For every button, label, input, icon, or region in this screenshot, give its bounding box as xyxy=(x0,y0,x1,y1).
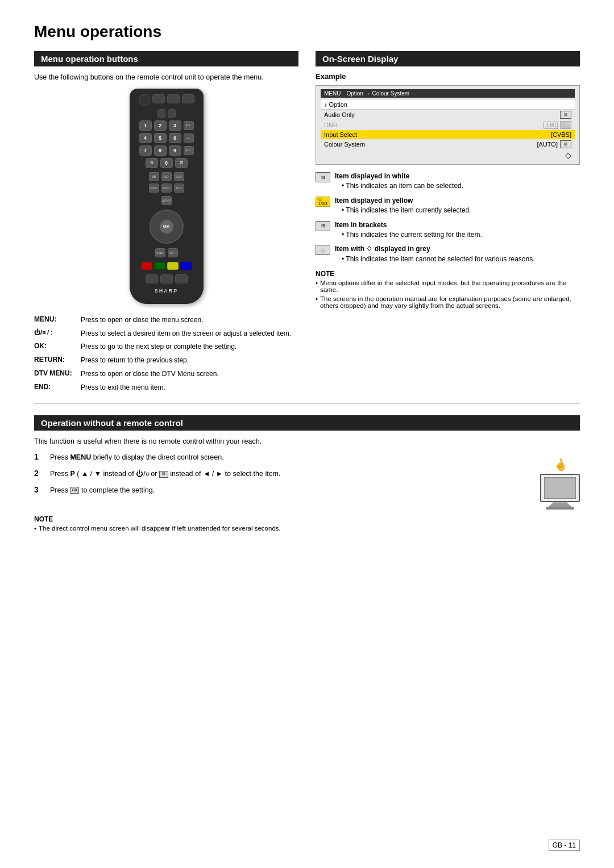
operation-section: Operation without a remote control This … xyxy=(34,415,580,532)
osd-input-row: Input Select [CVBS] xyxy=(321,130,575,139)
numpad-row-1: 1 2 3 P+ xyxy=(139,120,194,131)
p-down-button: P− xyxy=(184,146,194,155)
dpad: OK xyxy=(150,210,184,244)
osd-audio-label: Audio Only xyxy=(324,111,355,118)
osd-dnr-label: DNR xyxy=(324,122,338,128)
item-yellow-title: Item displayed in yellow xyxy=(335,197,413,205)
dtv-menu-button: DTV xyxy=(174,183,184,193)
osd-dnr-value: [Off] ⊡1/2/3 xyxy=(544,121,571,129)
item-bracket-text: Item in brackets • This indicates the cu… xyxy=(335,220,482,240)
end-btn-label: END: xyxy=(34,383,75,391)
dtv-btn-label: DTV MENU: xyxy=(34,369,75,377)
bracket-item-icon: ⊞ xyxy=(316,221,330,231)
menu-buttons-header: Menu operation buttons xyxy=(34,51,298,66)
osd-bottom-icon: ◇ xyxy=(321,149,575,161)
numpad-row-3: 7 8 9 P− xyxy=(139,145,194,156)
osd-audio-row: Audio Only ⊡ xyxy=(321,110,575,120)
item-white-text: Item displayed in white • This indicates… xyxy=(335,172,463,191)
menu-btn-label: MENU: xyxy=(34,315,75,323)
tv-illustration: ☝ xyxy=(540,458,580,510)
item-grey-text: Item with ♢ displayed in grey • This ind… xyxy=(335,244,535,264)
dtv-button xyxy=(157,109,165,118)
btn-desc-return: RETURN: Press to return to the previous … xyxy=(34,356,298,365)
remote-row-2 xyxy=(157,109,176,118)
operation-note-label: NOTE xyxy=(34,515,580,523)
item-bracket: ⊞ Item in brackets • This indicates the … xyxy=(316,220,580,240)
item-yellow-text: Item displayed in yellow • This indicate… xyxy=(335,196,471,216)
minus-button: — xyxy=(184,133,194,143)
osd-dnr-row: DNR [Off] ⊡1/2/3 xyxy=(321,120,575,130)
bottom-btn-1 xyxy=(146,274,158,283)
step-1: 1 Press MENU briefly to display the dire… xyxy=(34,452,529,463)
operation-notes: NOTE The direct control menu screen will… xyxy=(34,515,580,532)
btn-desc-dtv: DTV MENU: Press to open or close the DTV… xyxy=(34,369,298,379)
item-white-bullet: • This indicates an item can be selected… xyxy=(342,182,463,190)
return-btn-desc: Press to return to the previous step. xyxy=(81,356,189,365)
av-mode-button xyxy=(152,94,165,103)
bottom-row xyxy=(146,274,188,283)
end-btn-desc: Press to exit the menu item. xyxy=(81,383,165,393)
num-2: 2 xyxy=(154,120,167,131)
operation-intro: This function is useful when there is no… xyxy=(34,436,580,447)
osd-screen: MENU Option → Colour System ♪ Option Aud… xyxy=(316,85,580,165)
item-bracket-bullet: • This indicates the current setting for… xyxy=(342,231,482,239)
numpad-row-4: ⊙ 0 ⊡ xyxy=(146,158,188,168)
num-8: 8 xyxy=(154,145,167,156)
osd-colour-row: Colour System [AUTO] ⊞ xyxy=(321,139,575,149)
grey-item-icon: ◇ xyxy=(316,245,330,255)
white-item-icon: ⊡ xyxy=(316,172,330,182)
epg-button: EPG xyxy=(149,183,159,193)
item-yellow-bullet: • This indicates the item currently sele… xyxy=(342,206,471,214)
item-white-title: Item displayed in white xyxy=(335,172,409,180)
func-row-2: EPG ESD DTV xyxy=(149,183,184,193)
item-grey-bullet: • This indicates the item cannot be sele… xyxy=(342,255,535,263)
step-3-icon: OK xyxy=(70,487,79,494)
num-4: 4 xyxy=(139,133,152,143)
num-7: 7 xyxy=(139,145,152,156)
btn-desc-end: END: Press to exit the menu item. xyxy=(34,383,298,393)
ok-btn-label: OK: xyxy=(34,342,75,350)
btn-desc-menu: MENU: Press to open or close the menu sc… xyxy=(34,315,298,325)
item-bracket-title: Item in brackets xyxy=(335,221,387,229)
page-number: GB - 11 xyxy=(549,840,580,851)
blue-button xyxy=(180,262,192,270)
step-1-text: Press MENU briefly to display the direct… xyxy=(50,452,529,463)
operation-note-1: The direct control menu screen will disa… xyxy=(34,525,580,532)
btn-desc-ok: OK: Press to go to the next step or comp… xyxy=(34,342,298,352)
osd-title-path: Option → Colour System xyxy=(346,90,409,97)
func-row-1: BB SD SLP xyxy=(149,172,184,181)
surround-button xyxy=(182,94,194,103)
item-white: ⊡ Item displayed in white • This indicat… xyxy=(316,172,580,191)
operation-header: Operation without a remote control xyxy=(34,415,580,431)
step-2-text: Press P ( ▲ / ▼ instead of ⏻/⊡ or ⊡ inst… xyxy=(50,469,529,479)
esd-button: ESD xyxy=(161,183,172,193)
remote-control: 1 2 3 P+ 4 5 6 — 7 8 9 P− xyxy=(130,89,204,304)
atv-button xyxy=(168,109,176,118)
bottom-btn-2 xyxy=(160,274,173,283)
nav-row: END RET xyxy=(155,248,178,257)
num-9: 9 xyxy=(169,145,181,156)
right-column: On-Screen Display Example MENU Option → … xyxy=(316,51,580,311)
steps-container: 1 Press MENU briefly to display the dire… xyxy=(34,452,529,501)
num-star: ⊙ xyxy=(146,158,158,168)
step-1-number: 1 xyxy=(34,452,44,461)
return-button: RET xyxy=(168,248,178,257)
remote-illustration: 1 2 3 P+ 4 5 6 — 7 8 9 P− xyxy=(34,89,298,304)
num-5: 5 xyxy=(154,133,167,143)
menu-btn-desc: Press to open or close the menu screen. xyxy=(81,315,203,325)
step-2: 2 Press P ( ▲ / ▼ instead of ⏻/⊡ or ⊡ in… xyxy=(34,469,529,479)
num-hash: ⊡ xyxy=(175,158,188,168)
yellow-item-icon: ⊡1/2/3 xyxy=(316,197,330,207)
hand-icon: ☝ xyxy=(551,456,569,474)
num-0: 0 xyxy=(160,158,173,168)
green-button xyxy=(154,262,165,270)
osd-dnr-icon: ⊡1/2/3 xyxy=(560,121,571,129)
func-row-3: MENU xyxy=(161,196,172,205)
page-title: Menu operations xyxy=(34,23,580,41)
color-buttons xyxy=(141,262,192,270)
left-column: Menu operation buttons Use the following… xyxy=(34,51,298,397)
osd-input-value: [CVBS] xyxy=(551,131,571,138)
note-2: The screens in the operation manual are … xyxy=(316,295,580,309)
osd-colour-icon: ⊞ xyxy=(560,140,571,148)
step-2-icon: ⊡ xyxy=(159,471,168,478)
